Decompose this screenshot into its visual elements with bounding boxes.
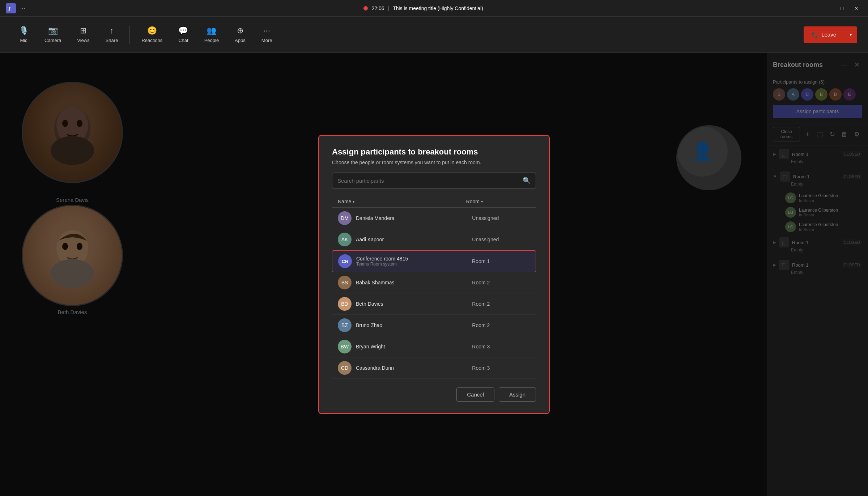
participant-name-5: Bruno Zhao: [356, 322, 472, 328]
participant-name-6: Bryan Wright: [356, 344, 472, 349]
people-icon: 👥: [207, 26, 216, 35]
participant-room-4: Room 2: [472, 301, 530, 307]
title-bar-left: T ···: [6, 3, 25, 13]
participant-avatar-4: BD: [338, 297, 352, 311]
leave-dropdown-button[interactable]: ▾: [844, 26, 857, 43]
leave-label: Leave: [821, 31, 836, 38]
search-box: 🔍: [332, 173, 536, 188]
participant-row-0[interactable]: DM Daniela Mandera Unassigned: [332, 208, 536, 229]
camera-icon: 📷: [48, 26, 58, 35]
name-col-header: Name: [338, 199, 351, 204]
leave-button[interactable]: 📞 Leave: [804, 26, 844, 43]
toolbar: 🎙️ Mic 📷 Camera ⊞ Views ↑ Share 😊 Reacti…: [0, 17, 868, 53]
participant-sub-2: Teams Room system: [356, 262, 472, 267]
camera-button[interactable]: 📷 Camera: [37, 22, 69, 47]
chat-icon: 💬: [178, 26, 188, 35]
participant-room-6: Room 3: [472, 344, 530, 349]
svg-text:T: T: [8, 6, 11, 12]
more-icon: ···: [263, 26, 270, 35]
reactions-label: Reactions: [141, 38, 162, 43]
room-sort-icon[interactable]: ▾: [481, 199, 483, 204]
modal-overlay: Assign participants to breakout rooms Ch…: [0, 53, 868, 496]
modal-footer: Cancel Assign: [332, 387, 536, 402]
modal-title: Assign participants to breakout rooms: [332, 147, 536, 157]
apps-button[interactable]: ⊕ Apps: [227, 22, 254, 47]
room-col-header: Room: [466, 199, 480, 204]
participant-avatar-5: BZ: [338, 318, 352, 332]
people-button[interactable]: 👥 People: [196, 22, 227, 47]
more-button[interactable]: ··· More: [254, 22, 280, 47]
assign-button[interactable]: Assign: [499, 387, 536, 402]
assign-participants-modal: Assign participants to breakout rooms Ch…: [318, 135, 550, 414]
participant-room-7: Room 3: [472, 365, 530, 371]
participant-name-1: Aadi Kapoor: [356, 237, 472, 242]
participant-room-5: Room 2: [472, 322, 530, 328]
participant-room-0: Unassigned: [472, 215, 530, 221]
participant-avatar-6: BW: [338, 340, 352, 353]
participant-name-0: Daniela Mandera: [356, 215, 472, 221]
more-label: More: [261, 38, 272, 43]
mic-icon: 🎙️: [19, 26, 29, 35]
participant-name-4: Beth Davies: [356, 301, 472, 307]
people-label: People: [204, 38, 219, 43]
views-icon: ⊞: [80, 26, 86, 35]
timer-display: 22:06: [371, 5, 384, 11]
participant-avatar-2: CR: [338, 254, 352, 268]
participant-avatar-7: CD: [338, 361, 352, 375]
participant-row-4[interactable]: BD Beth Davies Room 2: [332, 293, 536, 315]
toolbar-divider: [129, 26, 130, 44]
phone-icon: 📞: [812, 31, 818, 38]
reactions-button[interactable]: 😊 Reactions: [133, 22, 170, 47]
camera-label: Camera: [44, 38, 61, 43]
table-header: Name ▾ Room ▾: [332, 196, 536, 208]
window-close-button[interactable]: ✕: [851, 3, 862, 13]
participant-row-2[interactable]: CR Conference room 4815 Teams Room syste…: [332, 250, 536, 272]
maximize-button[interactable]: □: [836, 3, 848, 13]
reactions-icon: 😊: [147, 26, 157, 35]
participant-name-3: Babak Shammas: [356, 280, 472, 285]
chevron-down-icon: ▾: [850, 32, 852, 37]
name-sort-icon[interactable]: ▾: [353, 199, 355, 204]
participant-row-3[interactable]: BS Babak Shammas Room 2: [332, 272, 536, 293]
participant-row-7[interactable]: CD Cassandra Dunn Room 3: [332, 357, 536, 379]
participant-name-2: Conference room 4815: [356, 256, 472, 262]
views-button[interactable]: ⊞ Views: [69, 22, 97, 47]
title-bar: T ··· 22:06 | This is meeting title (Hig…: [0, 0, 868, 17]
leave-button-group: 📞 Leave ▾: [804, 26, 857, 43]
search-icon: 🔍: [523, 177, 531, 185]
minimize-button[interactable]: —: [822, 3, 833, 13]
modal-subtitle: Choose the people or room systems you wa…: [332, 160, 536, 165]
participant-row-6[interactable]: BW Bryan Wright Room 3: [332, 336, 536, 357]
mic-button[interactable]: 🎙️ Mic: [11, 22, 37, 47]
participant-avatar-0: DM: [338, 211, 352, 225]
title-bar-right: — □ ✕: [822, 3, 862, 13]
share-icon: ↑: [110, 26, 114, 35]
share-label: Share: [106, 38, 118, 43]
recording-indicator: [363, 6, 368, 10]
participant-avatar-3: BS: [338, 276, 352, 289]
chat-button[interactable]: 💬 Chat: [170, 22, 196, 47]
chat-label: Chat: [178, 38, 188, 43]
participant-room-2: Room 1: [472, 258, 530, 264]
teams-logo-icon: T: [6, 3, 16, 13]
cancel-button[interactable]: Cancel: [456, 387, 494, 402]
meeting-title: This is meeting title (Highly Confidenti…: [393, 5, 483, 11]
mic-label: Mic: [20, 38, 27, 43]
apps-icon: ⊕: [237, 26, 243, 35]
main-content: Serena Davis Beth Davies: [0, 53, 868, 496]
participant-name-7: Cassandra Dunn: [356, 365, 472, 371]
participant-room-1: Unassigned: [472, 237, 530, 242]
apps-label: Apps: [235, 38, 246, 43]
search-input[interactable]: [337, 178, 523, 184]
participant-row-5[interactable]: BZ Bruno Zhao Room 2: [332, 315, 536, 336]
share-button[interactable]: ↑ Share: [98, 22, 126, 47]
title-bar-center: 22:06 | This is meeting title (Highly Co…: [363, 5, 483, 11]
more-options-icon[interactable]: ···: [20, 5, 25, 12]
participant-row-1[interactable]: AK Aadi Kapoor Unassigned: [332, 229, 536, 250]
participant-avatar-1: AK: [338, 233, 352, 246]
views-label: Views: [77, 38, 89, 43]
participant-room-3: Room 2: [472, 280, 530, 285]
